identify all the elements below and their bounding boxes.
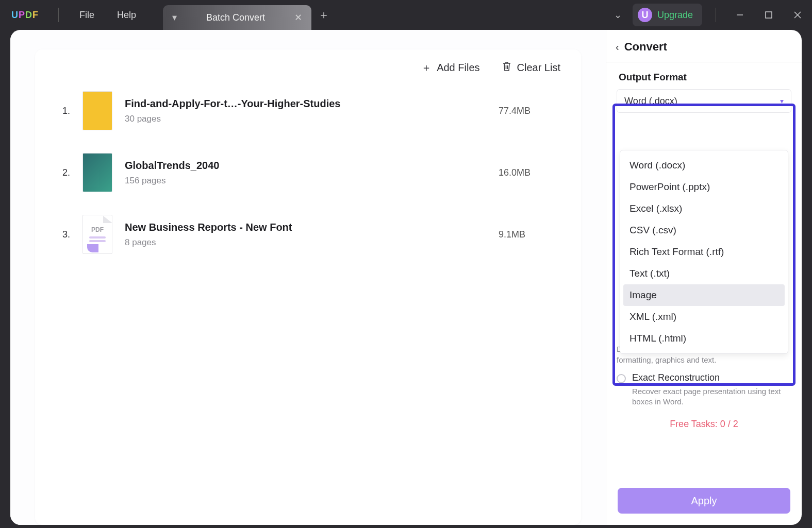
- side-body: Output Format Word (.docx) ▾ Detect layo…: [606, 62, 802, 481]
- file-pages: 156 pages: [125, 176, 486, 186]
- window-maximize-button[interactable]: [754, 5, 783, 25]
- menu-file[interactable]: File: [68, 10, 106, 21]
- menu-help[interactable]: Help: [106, 10, 147, 21]
- file-row[interactable]: 3.PDFNew Business Reports - New Font8 pa…: [35, 203, 581, 265]
- file-list-card: ＋ Add Files Clear List 1.Find-and-Apply-…: [35, 49, 581, 525]
- tab-dropdown-icon[interactable]: ▾: [172, 12, 177, 23]
- exact-reconstruction-option[interactable]: Exact Reconstruction Recover exact page …: [617, 372, 791, 407]
- file-pages: 8 pages: [125, 237, 486, 248]
- side-footer: Apply: [606, 481, 802, 525]
- file-name: New Business Reports - New Font: [125, 222, 486, 233]
- layout-options: Detect layout and columns but only recov…: [617, 344, 791, 430]
- upgrade-badge: U: [638, 8, 652, 22]
- file-thumbnail: [82, 153, 112, 192]
- tab-title: Batch Convert: [177, 12, 294, 23]
- plus-icon: ＋: [421, 61, 432, 75]
- window-close-button[interactable]: [783, 5, 812, 25]
- chevron-down-icon: ▾: [780, 97, 784, 105]
- file-index: 1.: [56, 106, 70, 116]
- tab-batch-convert[interactable]: ▾ Batch Convert ✕: [163, 5, 311, 30]
- format-option[interactable]: PowerPoint (.pptx): [623, 176, 785, 198]
- add-files-label: Add Files: [437, 62, 479, 74]
- format-option[interactable]: Image: [623, 284, 785, 306]
- side-title: Convert: [624, 40, 667, 54]
- free-tasks-counter: Free Tasks: 0 / 2: [617, 419, 791, 430]
- format-option[interactable]: Excel (.xlsx): [623, 198, 785, 219]
- file-size: 16.0MB: [499, 167, 560, 178]
- file-pages: 30 pages: [125, 114, 486, 124]
- file-thumbnail: PDF: [82, 215, 112, 254]
- output-format-dropdown: Word (.docx)PowerPoint (.pptx)Excel (.xl…: [620, 150, 788, 354]
- clear-list-button[interactable]: Clear List: [502, 61, 560, 75]
- file-size: 77.4MB: [499, 106, 560, 116]
- clear-list-label: Clear List: [517, 62, 560, 74]
- apply-button[interactable]: Apply: [618, 488, 790, 514]
- file-info: New Business Reports - New Font8 pages: [125, 222, 486, 248]
- file-size: 9.1MB: [499, 229, 560, 240]
- tabstrip: ▾ Batch Convert ✕ ＋: [163, 0, 336, 30]
- file-row[interactable]: 1.Find-and-Apply-For-t…-Your-Higher-Stud…: [35, 80, 581, 142]
- file-index: 2.: [56, 167, 70, 178]
- titlebar: UPDF File Help ▾ Batch Convert ✕ ＋ ⌄ U U…: [0, 0, 812, 30]
- new-tab-button[interactable]: ＋: [311, 3, 336, 27]
- output-format-select[interactable]: Word (.docx) ▾: [617, 89, 791, 113]
- file-toolbar: ＋ Add Files Clear List: [35, 49, 581, 80]
- file-row[interactable]: 2.GlobalTrends_2040156 pages16.0MB: [35, 142, 581, 203]
- exact-reconstruction-description: Recover exact page presentation using te…: [632, 386, 791, 407]
- workspace: ＋ Add Files Clear List 1.Find-and-Apply-…: [10, 30, 802, 525]
- output-format-value: Word (.docx): [624, 96, 677, 107]
- side-panel: ‹ Convert Output Format Word (.docx) ▾ D…: [606, 30, 802, 525]
- file-index: 3.: [56, 229, 70, 240]
- format-option[interactable]: CSV (.csv): [623, 219, 785, 241]
- app-logo: UPDF: [11, 10, 39, 21]
- svg-rect-1: [766, 12, 772, 18]
- tab-close-icon[interactable]: ✕: [294, 12, 302, 23]
- window-minimize-button[interactable]: [725, 5, 754, 25]
- exact-reconstruction-label: Exact Reconstruction: [632, 372, 791, 383]
- radio-icon: [617, 374, 626, 383]
- side-header: ‹ Convert: [606, 30, 802, 62]
- upgrade-button[interactable]: U Upgrade: [633, 4, 702, 26]
- file-thumbnail: [82, 91, 112, 130]
- trash-icon: [502, 61, 512, 75]
- file-info: GlobalTrends_2040156 pages: [125, 160, 486, 186]
- file-name: GlobalTrends_2040: [125, 160, 486, 172]
- back-icon[interactable]: ‹: [616, 41, 619, 53]
- format-option[interactable]: XML (.xml): [623, 306, 785, 328]
- format-option[interactable]: HTML (.html): [623, 328, 785, 349]
- main-panel: ＋ Add Files Clear List 1.Find-and-Apply-…: [10, 30, 606, 525]
- separator: [58, 8, 59, 22]
- format-option[interactable]: Word (.docx): [623, 155, 785, 176]
- format-option[interactable]: Rich Text Format (.rtf): [623, 241, 785, 263]
- separator: [716, 8, 716, 22]
- titlebar-chevron-down-icon[interactable]: ⌄: [608, 9, 628, 21]
- add-files-button[interactable]: ＋ Add Files: [421, 61, 479, 75]
- file-name: Find-and-Apply-For-t…-Your-Higher-Studie…: [125, 98, 486, 110]
- file-info: Find-and-Apply-For-t…-Your-Higher-Studie…: [125, 98, 486, 124]
- upgrade-label: Upgrade: [657, 10, 693, 21]
- window-buttons: [725, 5, 812, 25]
- output-format-label: Output Format: [619, 72, 791, 83]
- format-option[interactable]: Text (.txt): [623, 263, 785, 284]
